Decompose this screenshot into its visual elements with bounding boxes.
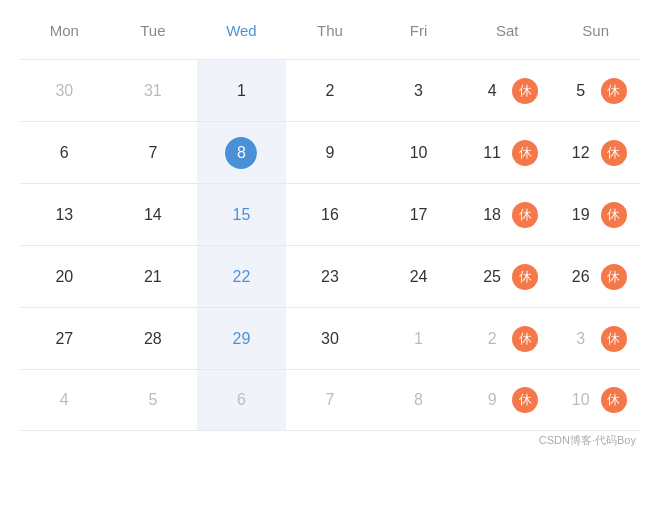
day-cell[interactable]: 4 — [20, 370, 109, 430]
day-cell[interactable]: 1 — [197, 60, 286, 121]
day-cell-content: 8 — [225, 137, 257, 169]
day-cell[interactable]: 3休 — [551, 308, 640, 369]
day-number: 26 — [565, 261, 597, 293]
day-cell[interactable]: 18休 — [463, 184, 552, 245]
day-cell[interactable]: 4休 — [463, 60, 552, 121]
day-cell[interactable]: 17 — [374, 184, 463, 245]
day-cell[interactable]: 2 — [286, 60, 375, 121]
day-cell[interactable]: 20 — [20, 246, 109, 307]
day-cell[interactable]: 2休 — [463, 308, 552, 369]
day-cell-content: 26休 — [565, 261, 627, 293]
day-cell[interactable]: 8 — [374, 370, 463, 430]
rest-badge: 休 — [601, 202, 627, 228]
header-mon: Mon — [20, 10, 109, 51]
day-number: 6 — [48, 137, 80, 169]
day-cell-content: 28 — [137, 323, 169, 355]
day-cell[interactable]: 5休 — [551, 60, 640, 121]
rest-badge: 休 — [512, 202, 538, 228]
day-number: 8 — [403, 384, 435, 416]
day-number: 30 — [314, 323, 346, 355]
day-cell[interactable]: 15 — [197, 184, 286, 245]
day-cell-content: 30 — [48, 75, 80, 107]
rest-badge: 休 — [512, 264, 538, 290]
day-cell-content: 27 — [48, 323, 80, 355]
day-number: 6 — [225, 384, 257, 416]
day-cell-content: 7 — [314, 384, 346, 416]
rest-badge: 休 — [601, 264, 627, 290]
rest-badge: 休 — [601, 387, 627, 413]
day-number: 7 — [137, 137, 169, 169]
day-cell[interactable]: 19休 — [551, 184, 640, 245]
day-cell[interactable]: 25休 — [463, 246, 552, 307]
day-cell[interactable]: 16 — [286, 184, 375, 245]
watermark: CSDN博客·代码Boy — [20, 431, 640, 450]
day-cell[interactable]: 6 — [20, 122, 109, 183]
day-number: 11 — [476, 137, 508, 169]
day-cell[interactable]: 8 — [197, 122, 286, 183]
day-number: 18 — [476, 199, 508, 231]
day-cell-content: 9休 — [476, 384, 538, 416]
header-tue: Tue — [109, 10, 198, 51]
day-number: 24 — [403, 261, 435, 293]
day-cell[interactable]: 6 — [197, 370, 286, 430]
calendar-row: 131415161718休19休 — [20, 183, 640, 245]
day-cell-content: 2休 — [476, 323, 538, 355]
rest-badge: 休 — [601, 326, 627, 352]
day-cell-content: 6 — [48, 137, 80, 169]
day-number: 10 — [403, 137, 435, 169]
day-cell[interactable]: 11休 — [463, 122, 552, 183]
day-cell[interactable]: 30 — [20, 60, 109, 121]
day-number: 1 — [225, 75, 257, 107]
day-cell[interactable]: 12休 — [551, 122, 640, 183]
day-cell[interactable]: 29 — [197, 308, 286, 369]
day-number: 2 — [314, 75, 346, 107]
day-cell-content: 29 — [225, 323, 257, 355]
day-cell[interactable]: 9 — [286, 122, 375, 183]
day-cell[interactable]: 3 — [374, 60, 463, 121]
day-cell[interactable]: 10 — [374, 122, 463, 183]
calendar-row: 67891011休12休 — [20, 121, 640, 183]
day-cell-content: 11休 — [476, 137, 538, 169]
day-number: 5 — [137, 384, 169, 416]
day-number: 2 — [476, 323, 508, 355]
day-number: 10 — [565, 384, 597, 416]
day-cell[interactable]: 21 — [109, 246, 198, 307]
day-cell-content: 5休 — [565, 75, 627, 107]
day-cell[interactable]: 31 — [109, 60, 198, 121]
header-wed: Wed — [197, 10, 286, 51]
day-cell[interactable]: 24 — [374, 246, 463, 307]
day-cell-content: 17 — [403, 199, 435, 231]
day-cell[interactable]: 7 — [109, 122, 198, 183]
day-number: 8 — [225, 137, 257, 169]
day-cell-content: 1 — [225, 75, 257, 107]
day-cell[interactable]: 22 — [197, 246, 286, 307]
day-cell[interactable]: 14 — [109, 184, 198, 245]
rest-badge: 休 — [512, 387, 538, 413]
day-cell-content: 15 — [225, 199, 257, 231]
header-thu: Thu — [286, 10, 375, 51]
day-cell[interactable]: 27 — [20, 308, 109, 369]
day-number: 31 — [137, 75, 169, 107]
day-number: 9 — [314, 137, 346, 169]
day-cell[interactable]: 23 — [286, 246, 375, 307]
day-cell-content: 18休 — [476, 199, 538, 231]
day-cell[interactable]: 7 — [286, 370, 375, 430]
day-cell[interactable]: 5 — [109, 370, 198, 430]
day-number: 5 — [565, 75, 597, 107]
day-number: 14 — [137, 199, 169, 231]
day-cell[interactable]: 1 — [374, 308, 463, 369]
day-cell[interactable]: 9休 — [463, 370, 552, 430]
rest-badge: 休 — [512, 140, 538, 166]
day-number: 29 — [225, 323, 257, 355]
day-number: 25 — [476, 261, 508, 293]
day-cell[interactable]: 28 — [109, 308, 198, 369]
day-number: 27 — [48, 323, 80, 355]
day-cell[interactable]: 13 — [20, 184, 109, 245]
day-cell-content: 23 — [314, 261, 346, 293]
day-number: 23 — [314, 261, 346, 293]
day-number: 17 — [403, 199, 435, 231]
day-cell[interactable]: 26休 — [551, 246, 640, 307]
day-cell[interactable]: 30 — [286, 308, 375, 369]
day-cell-content: 20 — [48, 261, 80, 293]
day-cell[interactable]: 10休 — [551, 370, 640, 430]
